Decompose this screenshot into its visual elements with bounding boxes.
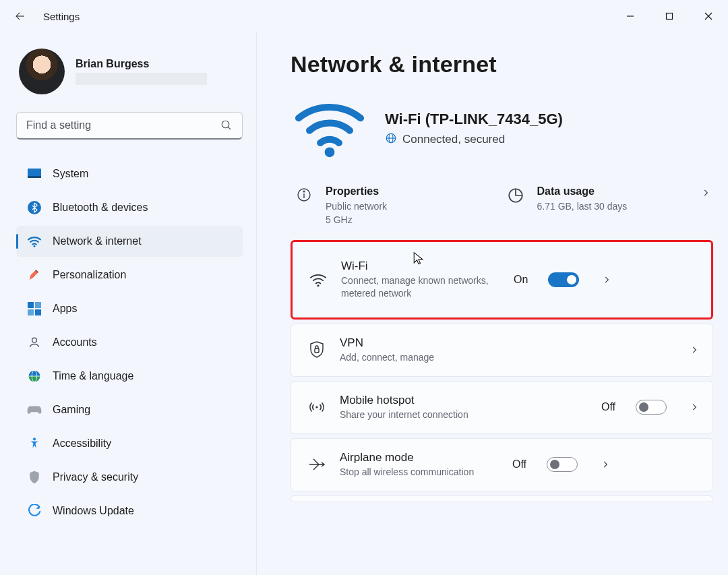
svg-point-18 [33, 437, 36, 440]
svg-point-19 [325, 147, 335, 157]
airplane-icon [305, 456, 329, 473]
sidebar-item-update[interactable]: Windows Update [16, 495, 243, 526]
svg-rect-1 [667, 13, 673, 20]
update-icon [27, 504, 42, 518]
titlebar: Settings [0, 0, 728, 32]
apps-icon [27, 301, 42, 316]
svg-point-14 [32, 338, 37, 342]
privacy-icon [27, 470, 42, 485]
data-usage-sub: 6.71 GB, last 30 days [537, 200, 628, 214]
sidebar-item-accessibility[interactable]: Accessibility [16, 428, 243, 459]
nav-label: Windows Update [53, 505, 134, 517]
back-button[interactable] [5, 1, 35, 31]
maximize-button[interactable] [650, 0, 689, 32]
nav-label: Accounts [53, 336, 97, 349]
chevron-right-icon[interactable] [690, 345, 699, 355]
nav-label: Gaming [53, 404, 90, 416]
svg-point-4 [222, 121, 229, 128]
vpn-card[interactable]: VPN Add, connect, manage [291, 324, 713, 377]
chevron-right-icon[interactable] [690, 402, 699, 412]
wifi-icon [306, 272, 330, 287]
nav-label: Privacy & security [53, 471, 138, 483]
svg-rect-10 [28, 302, 34, 308]
wifi-card-title: Wi-Fi [341, 260, 503, 273]
system-icon [27, 167, 42, 181]
wifi-toggle-label: On [514, 274, 528, 286]
nav-label: System [53, 168, 88, 180]
hotspot-toggle-label: Off [601, 401, 615, 413]
sidebar-item-time[interactable]: Time & language [16, 361, 243, 392]
sidebar-item-network[interactable]: Network & internet [16, 226, 243, 257]
sidebar-item-system[interactable]: System [16, 158, 243, 189]
wifi-card-sub: Connect, manage known networks, metered … [341, 274, 503, 300]
sidebar-item-privacy[interactable]: Privacy & security [16, 462, 243, 493]
airplane-toggle[interactable] [547, 457, 578, 472]
avatar [19, 49, 65, 94]
airplane-card[interactable]: Airplane mode Stop all wireless communic… [291, 438, 713, 491]
properties-sub2: 5 GHz [326, 214, 387, 227]
status-subtitle: Connected, secured [402, 133, 505, 146]
svg-point-27 [317, 284, 319, 286]
data-usage-title: Data usage [537, 185, 628, 198]
properties-sub1: Public network [326, 200, 387, 214]
chevron-right-icon[interactable] [602, 275, 611, 284]
hotspot-toggle[interactable] [636, 400, 667, 415]
time-icon [27, 369, 42, 384]
personalization-icon [27, 268, 42, 282]
nav-label: Personalization [53, 269, 126, 281]
wifi-card[interactable]: Wi-Fi Connect, manage known networks, me… [291, 240, 713, 320]
page-title: Network & internet [291, 51, 713, 78]
sidebar-item-bluetooth[interactable]: Bluetooth & devices [16, 192, 243, 223]
sidebar-item-gaming[interactable]: Gaming [16, 394, 243, 425]
properties-title: Properties [326, 185, 387, 198]
close-button[interactable] [689, 0, 728, 32]
info-icon [293, 185, 315, 203]
vpn-card-sub: Add, connect, manage [340, 351, 676, 364]
window-controls [611, 0, 728, 32]
svg-point-29 [315, 406, 317, 408]
search-box[interactable] [16, 112, 243, 140]
hotspot-card[interactable]: Mobile hotspot Share your internet conne… [291, 381, 713, 434]
svg-rect-12 [28, 309, 34, 315]
svg-line-5 [228, 127, 231, 129]
properties-card[interactable]: Properties Public network 5 GHz [291, 179, 502, 233]
svg-rect-13 [35, 309, 41, 315]
profile-email-redacted [75, 73, 207, 85]
bluetooth-icon [27, 200, 42, 215]
wifi-large-icon [291, 96, 369, 161]
data-usage-icon [505, 185, 526, 204]
accounts-icon [27, 335, 42, 350]
network-status: Wi-Fi (TP-LINK_7434_5G) Connected, secur… [291, 96, 713, 161]
data-usage-card[interactable]: Data usage 6.71 GB, last 30 days [502, 179, 714, 233]
airplane-card-title: Airplane mode [340, 451, 502, 464]
gaming-icon [27, 402, 42, 417]
nav-list: System Bluetooth & devices Network & int… [16, 158, 243, 526]
sidebar-item-apps[interactable]: Apps [16, 293, 243, 324]
svg-point-25 [303, 191, 305, 192]
vpn-icon [305, 341, 329, 359]
sidebar: Brian Burgess System Bluetooth & dev [0, 32, 256, 575]
search-icon [220, 119, 233, 131]
main-content: Network & internet Wi-Fi (TP-LINK_7434_5… [256, 32, 728, 575]
accessibility-icon [27, 436, 42, 451]
next-card-partial[interactable] [291, 495, 713, 502]
chevron-right-icon[interactable] [601, 460, 610, 469]
profile-name: Brian Burgess [75, 58, 207, 70]
wifi-toggle[interactable] [548, 272, 579, 287]
globe-icon [385, 132, 397, 148]
search-input[interactable] [26, 119, 202, 131]
window-title: Settings [43, 11, 80, 22]
vpn-card-title: VPN [340, 336, 676, 350]
profile[interactable]: Brian Burgess [16, 49, 243, 94]
svg-rect-7 [28, 176, 41, 178]
nav-label: Bluetooth & devices [53, 202, 148, 214]
sidebar-item-accounts[interactable]: Accounts [16, 327, 243, 358]
svg-point-9 [34, 245, 36, 247]
minimize-button[interactable] [611, 0, 650, 32]
sidebar-item-personalization[interactable]: Personalization [16, 260, 243, 291]
airplane-toggle-label: Off [512, 458, 526, 471]
nav-label: Network & internet [53, 235, 142, 247]
wifi-icon [27, 234, 42, 249]
nav-label: Apps [53, 303, 77, 315]
nav-label: Time & language [53, 370, 133, 382]
